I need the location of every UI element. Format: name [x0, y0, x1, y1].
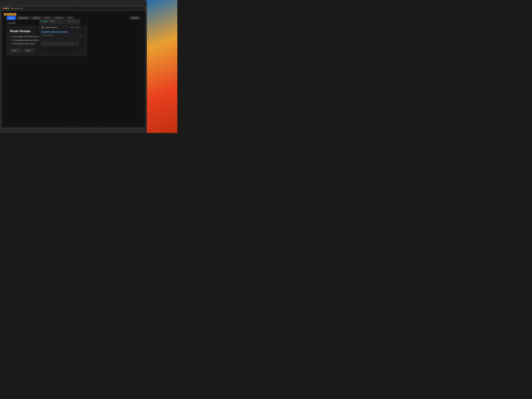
svg-marker-2 — [42, 27, 44, 28]
camera-dot — [73, 2, 74, 3]
docs-arrow-icon: → — [18, 50, 19, 51]
issue-popup-body: JulianKominovic hace 7 min The href in t… — [39, 24, 81, 40]
clicks-counter[interactable]: 0 Clicks — [129, 16, 140, 20]
author-avatar — [41, 26, 44, 29]
address-bar[interactable]: 🔒 acme.com / — [10, 7, 144, 10]
author-name: JulianKominovic — [46, 26, 58, 28]
open-status-dot — [41, 21, 42, 22]
issue-title[interactable]: The href in this <a> is wrong — [41, 31, 79, 33]
send-icon: ➤ — [76, 43, 78, 45]
check-icon[interactable]: ✓ — [55, 20, 56, 22]
card-actions: Docs → Code → — [10, 48, 83, 53]
browser-toolbar: 🔒 acme.com / — [2, 6, 145, 11]
issue-popup: Open ⓘ 🔗 ✓ hace 7 min × JulianKomin — [39, 19, 81, 47]
browser-window: 🔒 acme.com / MAIN LAYOUT Home Electronic… — [2, 6, 145, 127]
issue-description: > Issue opened — [41, 34, 79, 36]
tab-home[interactable]: Home — [7, 16, 16, 20]
docs-button[interactable]: Docs → — [10, 48, 22, 53]
tab-electronics[interactable]: Electronics — [17, 16, 30, 20]
issue-close-button[interactable]: × — [77, 20, 79, 22]
close-window-button[interactable] — [3, 8, 5, 9]
link-icon[interactable]: 🔗 — [51, 20, 54, 22]
issue-status-label: Open — [43, 20, 48, 22]
reply-input[interactable] — [41, 42, 75, 46]
issue-header-time: hace 7 min — [68, 20, 76, 22]
minimize-window-button[interactable] — [5, 8, 7, 9]
code-arrow-icon: → — [31, 50, 33, 51]
window-controls — [3, 8, 9, 9]
send-reply-button[interactable]: ➤ — [76, 42, 79, 46]
issue-popup-header: Open ⓘ 🔗 ✓ hace 7 min × — [39, 19, 81, 24]
author-time: hace 7 min — [70, 26, 79, 28]
lock-icon: 🔒 — [11, 7, 13, 9]
browser-content: MAIN LAYOUT Home Electronics Clothing Bo… — [2, 11, 145, 127]
laptop-shell: 🔒 acme.com / MAIN LAYOUT Home Electronic… — [0, 0, 147, 133]
main-layout-badge: MAIN LAYOUT — [4, 13, 16, 16]
address-text: acme.com / — [14, 7, 23, 9]
maximize-window-button[interactable] — [7, 8, 9, 9]
issue-reply-area: ➤ — [39, 40, 81, 47]
author-avatar-icon — [42, 26, 44, 28]
info-icon[interactable]: ⓘ — [49, 20, 51, 22]
laptop-top-bar — [0, 0, 147, 4]
children-badge: CHILDREN — [7, 22, 17, 24]
issue-author-row: JulianKominovic hace 7 min — [41, 26, 79, 29]
code-button[interactable]: Code → — [23, 48, 35, 53]
